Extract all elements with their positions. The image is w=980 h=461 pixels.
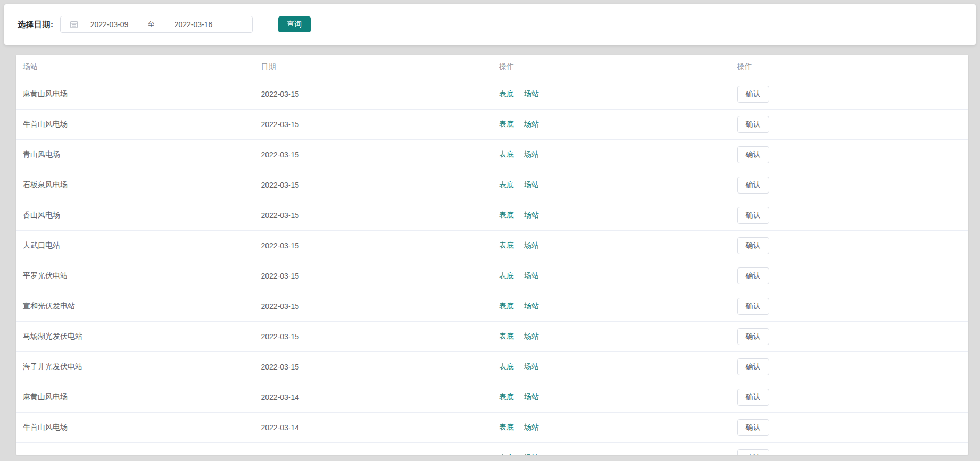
report-bottom-link[interactable]: 表底 [499, 120, 514, 128]
date-cell: 2022-03-15 [254, 120, 493, 129]
station-link[interactable]: 场站 [524, 211, 539, 219]
date-cell: 2022-03-15 [254, 272, 493, 280]
confirm-button[interactable]: 确认 [737, 298, 769, 315]
date-cell: 2022-03-15 [254, 332, 493, 341]
report-bottom-link[interactable]: 表底 [499, 301, 514, 310]
table-row: 表底 场站 确认 [16, 443, 968, 455]
station-cell: 马场湖光发伏电站 [16, 332, 254, 341]
operation-links-cell: 表底 场站 [492, 120, 730, 129]
date-cell: 2022-03-15 [254, 211, 493, 220]
confirm-button[interactable]: 确认 [737, 177, 769, 194]
table-row: 麻黄山风电场 2022-03-15 表底 场站 确认 [16, 79, 968, 110]
date-range-input[interactable]: 2022-03-09 至 2022-03-16 [60, 16, 253, 33]
confirm-button[interactable]: 确认 [737, 146, 769, 163]
operation-links-cell: 表底 场站 [492, 392, 730, 402]
operation-confirm-cell: 确认 [730, 298, 969, 315]
confirm-button[interactable]: 确认 [737, 358, 769, 375]
filter-bar: 选择日期: 2022-03-09 至 2022-03-16 查询 [4, 4, 976, 45]
station-link[interactable]: 场站 [524, 120, 539, 128]
operation-links-cell: 表底 场站 [492, 89, 730, 99]
table-row: 牛首山风电场 2022-03-14 表底 场站 确认 [16, 413, 968, 443]
station-cell: 平罗光伏电站 [16, 271, 254, 281]
report-bottom-link[interactable]: 表底 [499, 392, 514, 401]
station-cell: 麻黄山风电场 [16, 392, 254, 402]
station-cell: 牛首山风电场 [16, 423, 254, 432]
station-link[interactable]: 场站 [524, 453, 539, 455]
station-link[interactable]: 场站 [524, 392, 539, 401]
confirm-button[interactable]: 确认 [737, 116, 769, 133]
date-cell: 2022-03-14 [254, 393, 493, 401]
confirm-button[interactable]: 确认 [737, 389, 769, 406]
confirm-button[interactable]: 确认 [737, 86, 769, 103]
table-row: 麻黄山风电场 2022-03-14 表底 场站 确认 [16, 382, 968, 413]
start-date-value: 2022-03-09 [78, 20, 141, 29]
table-header-row: 场站 日期 操作 操作 [16, 55, 968, 79]
date-cell: 2022-03-15 [254, 181, 493, 189]
station-link[interactable]: 场站 [524, 89, 539, 98]
calendar-icon [70, 20, 78, 29]
report-bottom-link[interactable]: 表底 [499, 332, 514, 340]
date-range-separator: 至 [141, 20, 162, 29]
operation-confirm-cell: 确认 [730, 328, 969, 345]
table-row: 海子井光发伏电站 2022-03-15 表底 场站 确认 [16, 352, 968, 382]
end-date-value: 2022-03-16 [162, 20, 225, 29]
station-link[interactable]: 场站 [524, 332, 539, 340]
operation-links-cell: 表底 场站 [492, 150, 730, 160]
operation-confirm-cell: 确认 [730, 267, 969, 284]
station-link[interactable]: 场站 [524, 150, 539, 158]
report-bottom-link[interactable]: 表底 [499, 423, 514, 431]
operation-confirm-cell: 确认 [730, 146, 969, 163]
query-button[interactable]: 查询 [278, 16, 311, 32]
operation-confirm-cell: 确认 [730, 86, 969, 103]
operation-confirm-cell: 确认 [730, 389, 969, 406]
operation-confirm-cell: 确认 [730, 237, 969, 254]
operation-links-cell: 表底 场站 [492, 332, 730, 341]
date-cell: 2022-03-15 [254, 302, 493, 311]
confirm-button[interactable]: 确认 [737, 267, 769, 284]
column-header-operation-confirm: 操作 [730, 62, 969, 72]
date-cell: 2022-03-15 [254, 150, 493, 159]
report-bottom-link[interactable]: 表底 [499, 180, 514, 189]
confirm-button[interactable]: 确认 [737, 419, 769, 436]
station-link[interactable]: 场站 [524, 301, 539, 310]
table-row: 青山风电场 2022-03-15 表底 场站 确认 [16, 140, 968, 170]
station-link[interactable]: 场站 [524, 271, 539, 280]
report-bottom-link[interactable]: 表底 [499, 271, 514, 280]
confirm-button[interactable]: 确认 [737, 237, 769, 254]
station-cell: 麻黄山风电场 [16, 89, 254, 99]
operation-confirm-cell: 确认 [730, 207, 969, 224]
report-bottom-link[interactable]: 表底 [499, 241, 514, 249]
table-row: 大武口电站 2022-03-15 表底 场站 确认 [16, 231, 968, 261]
station-cell: 大武口电站 [16, 241, 254, 250]
confirm-button[interactable]: 确认 [737, 207, 769, 224]
date-filter-label: 选择日期: [18, 20, 54, 30]
table-row: 石板泉风电场 2022-03-15 表底 场站 确认 [16, 170, 968, 200]
table-row: 宣和光伏发电站 2022-03-15 表底 场站 确认 [16, 291, 968, 322]
station-link[interactable]: 场站 [524, 423, 539, 431]
confirm-button[interactable]: 确认 [737, 449, 769, 455]
confirm-button[interactable]: 确认 [737, 328, 769, 345]
station-cell: 海子井光发伏电站 [16, 362, 254, 372]
operation-links-cell: 表底 场站 [492, 362, 730, 372]
date-cell: 2022-03-14 [254, 423, 493, 432]
operation-links-cell: 表底 场站 [492, 423, 730, 432]
operation-links-cell: 表底 场站 [492, 271, 730, 281]
station-cell: 青山风电场 [16, 150, 254, 160]
date-cell: 2022-03-15 [254, 241, 493, 250]
report-bottom-link[interactable]: 表底 [499, 362, 514, 371]
report-bottom-link[interactable]: 表底 [499, 89, 514, 98]
station-link[interactable]: 场站 [524, 180, 539, 189]
report-bottom-link[interactable]: 表底 [499, 453, 514, 455]
report-bottom-link[interactable]: 表底 [499, 150, 514, 158]
operation-confirm-cell: 确认 [730, 358, 969, 375]
operation-links-cell: 表底 场站 [492, 301, 730, 311]
station-link[interactable]: 场站 [524, 362, 539, 371]
operation-confirm-cell: 确认 [730, 449, 969, 455]
report-bottom-link[interactable]: 表底 [499, 211, 514, 219]
station-link[interactable]: 场站 [524, 241, 539, 249]
column-header-station: 场站 [16, 62, 254, 72]
operation-confirm-cell: 确认 [730, 177, 969, 194]
station-cell: 石板泉风电场 [16, 180, 254, 190]
operation-links-cell: 表底 场站 [492, 180, 730, 190]
column-header-date: 日期 [254, 62, 493, 72]
